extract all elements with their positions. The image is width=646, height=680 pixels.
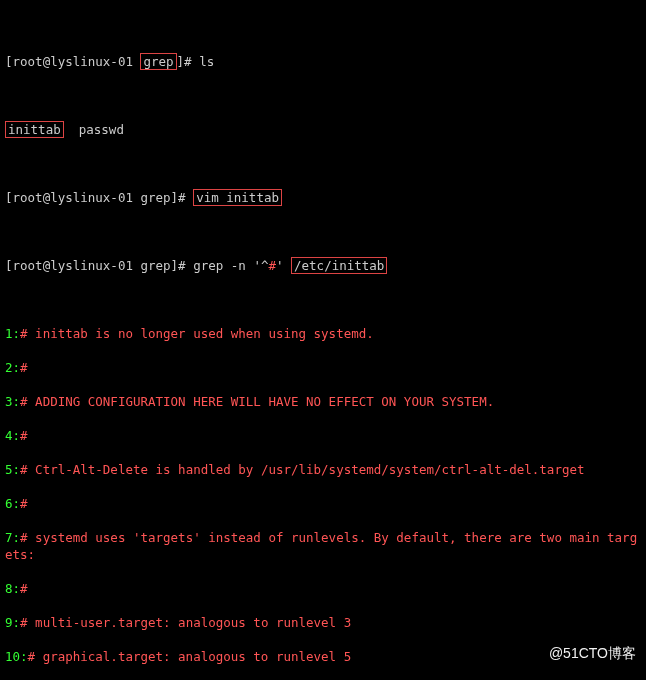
- prompt: [root@lyslinux-01 grep]#: [5, 190, 186, 205]
- lineno: 1:: [5, 326, 20, 341]
- output-line: # graphical.target: analogous to runleve…: [28, 649, 352, 664]
- output-line: # multi-user.target: analogous to runlev…: [20, 615, 351, 630]
- terminal-output[interactable]: [root@lyslinux-01 grep]# ls inittab pass…: [0, 0, 646, 680]
- output-line: # Ctrl-Alt-Delete is handled by /usr/lib…: [20, 462, 584, 477]
- highlight-box-path: /etc/inittab: [291, 257, 387, 274]
- output-line: #: [20, 360, 28, 375]
- lineno: 3:: [5, 394, 20, 409]
- highlight-box-file: inittab: [5, 121, 64, 138]
- output-line: #: [20, 496, 28, 511]
- lineno: 6:: [5, 496, 20, 511]
- output-line: # inittab is no longer used when using s…: [20, 326, 374, 341]
- output-line: #: [20, 428, 28, 443]
- output-line: # ADDING CONFIGURATION HERE WILL HAVE NO…: [20, 394, 494, 409]
- lineno: 8:: [5, 581, 20, 596]
- prompt: [root@lyslinux-01 grep]#: [5, 258, 186, 273]
- ls-file: passwd: [79, 122, 124, 137]
- lineno: 2:: [5, 360, 20, 375]
- lineno: 7:: [5, 530, 20, 545]
- output-line: #: [20, 581, 28, 596]
- lineno: 5:: [5, 462, 20, 477]
- command-ls: ls: [199, 54, 214, 69]
- highlight-box-cmd: vim inittab: [193, 189, 282, 206]
- lineno: 4:: [5, 428, 20, 443]
- lineno: 9:: [5, 615, 20, 630]
- prompt: [root@lyslinux-01 grep]#: [5, 54, 192, 69]
- lineno: 10:: [5, 649, 28, 664]
- command-grep-etc: grep -n '^#' /etc/inittab: [193, 258, 387, 273]
- highlight-box-cwd: grep: [140, 53, 176, 70]
- output-line: # systemd uses 'targets' instead of runl…: [5, 530, 637, 562]
